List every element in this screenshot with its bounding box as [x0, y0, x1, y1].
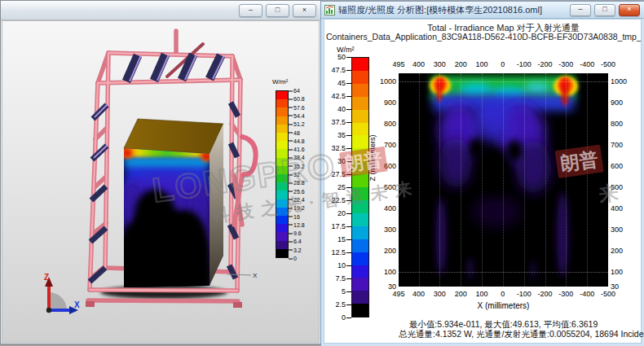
colorbar-tick-label: 12.8	[289, 221, 305, 227]
colorbar-tick-label: 60.8	[289, 96, 305, 102]
colorbar-tick-label: 10	[337, 261, 351, 269]
colorbar-tick-label: 0	[342, 313, 351, 322]
right-window-titlebar[interactable]: 辐照度/光照度 分析图:[模特模体孪生20210816.oml] – □ ×	[321, 2, 644, 19]
z-axis-left: 100090080070060050040030020010030	[373, 73, 396, 287]
colorbar-band	[276, 216, 288, 224]
colorbar-tick-label: 40	[337, 105, 351, 113]
colorbar-ticks: 6460.857.654.451.24844.841.638.435.23228…	[289, 90, 318, 258]
x-axis-tick-label: -400	[580, 60, 594, 68]
x-axis-tick-label: 0	[501, 290, 505, 298]
colorbar-band	[276, 241, 288, 249]
x-axis-tick-label: -200	[537, 290, 552, 298]
colorbar-tick-label: 32.5	[331, 144, 351, 152]
colorbar-band	[276, 166, 288, 174]
colorbar-band	[276, 133, 288, 141]
x-axis-tick-label: -200	[537, 60, 552, 68]
colorbar-band	[276, 116, 288, 125]
colorbar-tick-label: 44.8	[289, 138, 305, 143]
colorbar-tick-label: 54.4	[289, 112, 305, 118]
colorbar-tick-label: 45	[337, 79, 351, 87]
colorbar-band	[352, 278, 368, 291]
colorbar-tick-label: 25.6	[289, 188, 305, 194]
z-axis-tick-label: 900	[384, 99, 396, 107]
colorbar-band	[276, 107, 288, 116]
colorbar-swatches	[351, 57, 369, 318]
minimize-button[interactable]: –	[239, 4, 262, 17]
z-axis-tick-label: 1000	[611, 77, 627, 85]
colorbar-tick-label: 38.4	[289, 155, 305, 160]
triad-z-label: Z	[44, 273, 49, 282]
colorbar-band	[352, 226, 368, 239]
colorbar-ticks: 5047.54542.54037.53532.53027.52522.52017…	[325, 57, 351, 318]
colorbar-band	[352, 265, 368, 278]
z-axis-tick-label: 500	[384, 183, 396, 191]
maximize-button[interactable]: □	[594, 4, 615, 16]
maximize-button[interactable]: □	[266, 4, 289, 17]
colorbar-tick-label: 57.6	[289, 104, 305, 110]
colorbar-band	[276, 99, 288, 107]
z-axis-right: 100090080070060050040030020010030	[611, 73, 635, 287]
colorbar-tick-label: 51.2	[289, 121, 305, 127]
colorbar-band	[352, 84, 368, 97]
z-axis-tick-label: 100	[611, 268, 623, 276]
gridline-vertical	[482, 73, 483, 287]
z-axis-tick-label: 200	[384, 247, 396, 255]
gridline-vertical	[566, 73, 567, 287]
gridline-vertical	[461, 73, 461, 287]
colorbar-band	[352, 252, 368, 265]
colorbar-tick-label: 64	[289, 88, 300, 94]
minimize-button[interactable]: –	[570, 4, 591, 16]
colorbar-tick-label: 7.5	[335, 274, 351, 282]
gridline-vertical	[587, 73, 588, 287]
x-axis-tick-label: 200	[455, 290, 467, 298]
colorbar-tick-label: 19.2	[289, 205, 305, 211]
x-axis-tick-label: 0	[501, 60, 505, 68]
3d-viewport[interactable]: X Z X	[2, 21, 276, 344]
x-axis-bottom: 4954003002001000-100-200-300-400-500	[399, 290, 608, 300]
colorbar-band	[352, 174, 368, 187]
z-axis-tick-label: 600	[384, 162, 396, 170]
x-axis-tick-label: -100	[517, 60, 532, 68]
left-3d-window: – □ ×	[0, 0, 321, 344]
irradiance-map-canvas[interactable]	[399, 73, 608, 287]
x-axis-label: X (millimeters)	[399, 301, 608, 310]
gridline-vertical	[524, 73, 525, 287]
colorbar-tick-label: 20	[337, 209, 351, 217]
colorbar-tick-label: 47.5	[331, 66, 351, 74]
colorbar-tick-label: 3.2	[289, 247, 302, 252]
z-axis-tick-label: 100	[384, 268, 396, 276]
left-window-titlebar[interactable]: – □ ×	[1, 1, 320, 20]
colorbar-band	[352, 110, 368, 123]
gridline-horizontal	[399, 81, 608, 82]
colorbar-band	[276, 224, 288, 232]
colorbar-tick-label: 17.5	[331, 222, 351, 230]
colorbar-tick-label: 41.6	[289, 147, 305, 152]
triad-x-label: X	[74, 300, 80, 309]
colorbar-tick-label: 28.8	[289, 180, 305, 186]
map-colorbar: 5047.54542.54037.53532.53027.52522.52017…	[351, 57, 369, 318]
left-colorbar: 6460.857.654.451.24844.841.638.435.23228…	[276, 90, 289, 258]
colorbar-band	[352, 187, 368, 200]
x-axis-tick-label: -400	[580, 290, 594, 298]
close-button[interactable]: ×	[619, 4, 640, 16]
z-axis-tick-label: 800	[384, 120, 396, 128]
x-axis-tick-label: 495	[392, 60, 404, 68]
colorbar-tick-label: 0	[289, 256, 297, 261]
x-axis-tick-label: -100	[517, 290, 532, 298]
colorbar-band	[276, 158, 288, 166]
x-axis-tick-label: -300	[558, 290, 573, 298]
colorbar-band	[352, 123, 368, 136]
z-axis-tick-label: 800	[611, 120, 623, 128]
colorbar-band	[276, 182, 288, 191]
colorbar-tick-label: 15	[337, 235, 351, 243]
gridline-horizontal	[399, 272, 608, 273]
close-button[interactable]: ×	[293, 4, 316, 17]
colorbar-swatches	[276, 90, 289, 258]
colorbar-tick-label: 32	[289, 172, 300, 177]
x-axis-tick-label: 100	[476, 290, 488, 298]
colorbar-tick-label: 35	[337, 131, 351, 139]
colorbar-band	[276, 125, 288, 133]
colorbar-tick-label: 9.6	[289, 230, 302, 236]
colorbar-band	[352, 161, 368, 174]
colorbar-band	[352, 239, 368, 252]
